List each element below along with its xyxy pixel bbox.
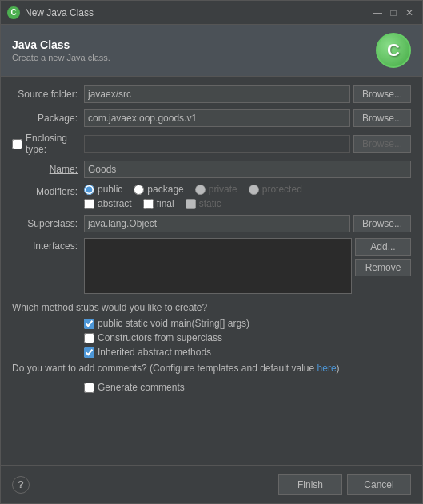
enclosing-type-input[interactable] — [84, 135, 350, 153]
source-folder-row: Source folder: Browse... — [12, 85, 411, 104]
superclass-label: Superclass: — [12, 218, 84, 229]
package-browse-button[interactable]: Browse... — [353, 109, 411, 127]
modifier-final-checkbox[interactable] — [143, 199, 154, 209]
name-label: Name: — [12, 164, 84, 175]
superclass-browse-button[interactable]: Browse... — [353, 215, 411, 232]
name-row: Name: — [12, 160, 411, 179]
modifier-abstract-label[interactable]: abstract — [84, 198, 132, 209]
cancel-button[interactable]: Cancel — [347, 474, 411, 495]
close-button[interactable]: ✕ — [403, 6, 416, 19]
comments-here-link[interactable]: here — [317, 363, 337, 374]
generate-comments-label[interactable]: Generate comments — [84, 382, 411, 393]
interfaces-buttons: Add... Remove — [355, 238, 411, 276]
enclosing-type-row: Enclosing type: Browse... — [12, 133, 411, 155]
footer-buttons: Finish Cancel — [278, 474, 411, 495]
app-icon: C — [7, 6, 20, 19]
modifier-final-label[interactable]: final — [143, 198, 174, 209]
comments-section: Do you want to add comments? (Configure … — [12, 363, 411, 374]
header-text: Java Class Create a new Java class. — [12, 38, 110, 62]
dialog-title: Java Class — [12, 38, 110, 51]
stubs-question: Which method stubs would you like to cre… — [12, 302, 411, 313]
new-java-class-dialog: C New Java Class — □ ✕ Java Class Create… — [0, 0, 423, 504]
interfaces-remove-button[interactable]: Remove — [355, 259, 411, 276]
package-input[interactable] — [84, 109, 350, 127]
dialog-body: Source folder: Browse... Package: Browse… — [1, 77, 422, 465]
source-folder-browse-button[interactable]: Browse... — [353, 85, 411, 103]
comments-indent: Generate comments — [12, 382, 411, 393]
window-controls: — □ ✕ — [371, 6, 416, 19]
help-button[interactable]: ? — [12, 476, 30, 494]
stub-constructors-checkbox[interactable] — [84, 333, 94, 343]
modifiers-row-1: public package private protected — [84, 184, 411, 195]
enclosing-type-checkbox[interactable] — [12, 139, 22, 149]
source-folder-input[interactable] — [84, 85, 350, 103]
modifiers-row: Modifiers: public package private — [12, 184, 411, 209]
java-icon: C — [376, 33, 411, 68]
superclass-input[interactable] — [84, 215, 350, 232]
interfaces-row: Interfaces: Add... Remove — [12, 238, 411, 294]
package-label: Package: — [12, 113, 84, 124]
modifiers-row-2: abstract final static — [84, 198, 411, 209]
stub-inherited-label[interactable]: Inherited abstract methods — [84, 347, 411, 358]
modifier-static-label[interactable]: static — [186, 198, 221, 209]
maximize-button[interactable]: □ — [387, 6, 400, 19]
modifier-abstract-checkbox[interactable] — [84, 199, 94, 209]
modifier-package-radio[interactable] — [134, 185, 144, 195]
package-row: Package: Browse... — [12, 109, 411, 128]
finish-button[interactable]: Finish — [278, 474, 342, 495]
modifiers-label: Modifiers: — [12, 184, 84, 197]
dialog-footer: ? Finish Cancel — [1, 465, 422, 503]
modifier-private-radio[interactable] — [195, 185, 206, 195]
interfaces-box — [84, 238, 352, 294]
minimize-button[interactable]: — — [371, 6, 384, 19]
stub-main-label[interactable]: public static void main(String[] args) — [84, 318, 411, 329]
stub-main-checkbox[interactable] — [84, 319, 94, 329]
modifier-public-radio[interactable] — [84, 185, 94, 195]
dialog-header: Java Class Create a new Java class. C — [1, 25, 422, 77]
source-folder-label: Source folder: — [12, 89, 84, 100]
interfaces-label: Interfaces: — [12, 238, 84, 252]
generate-comments-checkbox[interactable] — [84, 383, 94, 393]
comments-question-prefix: Do you want to add comments? (Configure … — [12, 363, 317, 374]
window-title: New Java Class — [25, 7, 371, 18]
enclosing-type-label: Enclosing type: — [26, 133, 78, 155]
modifier-protected-radio[interactable] — [249, 185, 259, 195]
modifier-public-label[interactable]: public — [84, 184, 122, 195]
interfaces-add-button[interactable]: Add... — [355, 238, 411, 256]
title-bar: C New Java Class — □ ✕ — [1, 1, 422, 25]
stub-constructors-label[interactable]: Constructors from superclass — [84, 332, 411, 343]
modifier-protected-label[interactable]: protected — [249, 184, 302, 195]
modifier-package-label[interactable]: package — [134, 184, 183, 195]
dialog-subtitle: Create a new Java class. — [12, 53, 110, 62]
stubs-section: public static void main(String[] args) C… — [12, 318, 411, 358]
enclosing-type-browse-button[interactable]: Browse... — [353, 135, 411, 153]
comments-question-suffix: ) — [337, 363, 340, 374]
modifier-private-label[interactable]: private — [195, 184, 237, 195]
stub-inherited-checkbox[interactable] — [84, 347, 94, 358]
superclass-row: Superclass: Browse... — [12, 214, 411, 233]
modifier-static-checkbox[interactable] — [186, 199, 196, 209]
enclosing-type-checkbox-label[interactable]: Enclosing type: — [12, 133, 78, 155]
modifiers-section: public package private protected — [84, 184, 411, 209]
name-input[interactable] — [84, 161, 411, 178]
